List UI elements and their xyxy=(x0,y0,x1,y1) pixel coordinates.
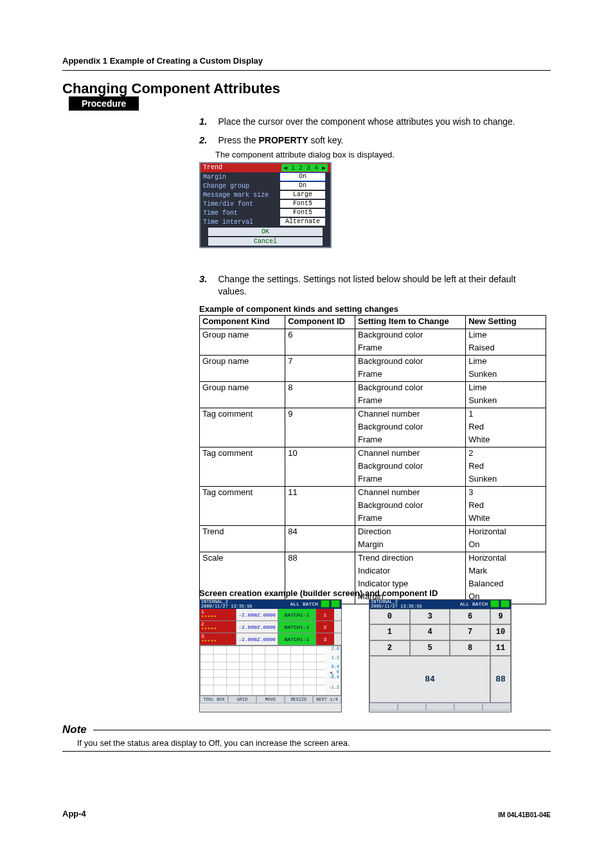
cell-id: 6 xyxy=(285,329,355,343)
digital-value: -2.000Z.0000 xyxy=(236,621,278,633)
step-2: 2. Press the PROPERTY soft key. xyxy=(199,134,546,147)
cursor-icon: ↖ xyxy=(330,668,334,678)
cell-id: 84 xyxy=(285,526,355,539)
step-number: 2. xyxy=(199,134,215,145)
step-text: Place the cursor over the component whos… xyxy=(218,116,539,128)
cell-kind xyxy=(200,565,285,578)
cell-item: Background color xyxy=(355,356,466,369)
cell-item: Frame xyxy=(355,473,466,487)
dialog-row-label: Margin xyxy=(200,174,280,181)
table-row: Tag comment11Channel number3 xyxy=(200,487,546,500)
text-frag: Press the xyxy=(218,135,258,145)
dialog-row-value[interactable]: Large xyxy=(280,191,325,199)
table-header: Component Kind xyxy=(200,316,285,329)
running-head: Appendix 1 Example of Creating a Custom … xyxy=(62,56,263,66)
softkey[interactable] xyxy=(483,703,511,710)
id-cell: 8 xyxy=(450,640,490,656)
softkey[interactable] xyxy=(454,703,483,710)
builder-title-right: ALL BATCH xyxy=(290,600,340,609)
cell-value: Red xyxy=(466,500,546,512)
table-row: Tag comment9Channel number1 xyxy=(200,408,546,422)
builder-titlebar: INTERNAL_22009/11/27 13:35:55 ALL BATCH xyxy=(200,600,341,609)
cell-value: Mark xyxy=(466,565,546,578)
dialog-row: Time/div fontFont5 xyxy=(200,199,330,208)
table-row: Trend84DirectionHorizontal xyxy=(200,526,546,539)
status-icon xyxy=(501,600,510,608)
cell-item: Frame xyxy=(355,395,466,408)
builder-softkeys xyxy=(369,703,511,710)
cell-item: Trend direction xyxy=(355,552,466,566)
cell-value: Raised xyxy=(466,342,546,356)
cell-value: Lime xyxy=(466,382,546,395)
cell-value: Horizontal xyxy=(466,526,546,539)
cell-value: White xyxy=(466,434,546,448)
builder-channel-rows: 1*****-2.000Z.0000BATCH1-112*****-2.000Z… xyxy=(200,609,341,646)
cell-value: White xyxy=(466,512,546,526)
table-row: MarginOn xyxy=(200,539,546,552)
status-icon xyxy=(490,600,499,608)
page-number: App-4 xyxy=(62,809,86,818)
dialog-row-value[interactable]: Alternate xyxy=(280,218,325,226)
cell-value: Lime xyxy=(466,356,546,369)
softkey[interactable]: MOVE xyxy=(256,696,285,703)
cell-kind xyxy=(200,539,285,552)
table-row: FrameSunken xyxy=(200,473,546,487)
dialog-row-value[interactable]: On xyxy=(280,173,325,181)
cell-kind: Scale xyxy=(200,552,285,566)
builder-softkeys: TOOL BOXGRIDMOVERESIZENEXT 1/4 xyxy=(200,696,341,703)
dialog-rows: MarginOnChange groupOnMessage mark sizeL… xyxy=(200,172,330,226)
cell-item: Frame xyxy=(355,512,466,526)
dialog-row-value[interactable]: On xyxy=(280,182,325,190)
cell-item: Channel number xyxy=(355,408,466,422)
cell-kind: Tag comment xyxy=(200,487,285,500)
cancel-button[interactable]: Cancel xyxy=(208,237,323,246)
channel-label: 1***** xyxy=(200,609,236,620)
id-cell: 11 xyxy=(490,640,511,656)
group-label: BATCH1-1 xyxy=(278,621,316,633)
builder-channel-row: 3*****-2.000Z.0000BATCH1-13 xyxy=(200,633,341,646)
softkey[interactable]: GRID xyxy=(228,696,256,703)
ok-button[interactable]: OK xyxy=(208,228,323,236)
step-text: Change the settings. Settings not listed… xyxy=(218,273,539,298)
softkey[interactable]: NEXT 1/4 xyxy=(313,696,341,703)
cell-kind: Group name xyxy=(200,329,285,343)
digital-value: -2.000Z.0000 xyxy=(236,633,278,645)
table-row: Background colorRed xyxy=(200,421,546,434)
cell-item: Frame xyxy=(355,368,466,382)
cell-value: 2 xyxy=(466,448,546,461)
text-frag: soft key. xyxy=(308,135,344,145)
status-icon xyxy=(321,600,330,608)
header-rule xyxy=(62,70,551,71)
dialog-title-text: Trend xyxy=(203,164,222,172)
softkey[interactable]: RESIZE xyxy=(285,696,313,703)
softkey[interactable] xyxy=(369,703,398,710)
cell-item: Background color xyxy=(355,500,466,512)
page: Appendix 1 Example of Creating a Custom … xyxy=(0,0,613,868)
table-row: Group name6Background colorLime xyxy=(200,329,546,343)
dialog-row-label: Change group xyxy=(200,183,280,190)
cell-id xyxy=(285,460,355,473)
note-rule-bottom xyxy=(62,751,551,752)
cell-item: Indicator xyxy=(355,565,466,578)
table-row: FrameRaised xyxy=(200,342,546,356)
dialog-row: Change groupOn xyxy=(200,181,330,190)
dialog-row-value[interactable]: Font5 xyxy=(280,200,325,208)
step-3: 3. Change the settings. Settings not lis… xyxy=(199,273,546,298)
cell-value: 3 xyxy=(466,487,546,500)
dialog-row-value[interactable]: Font5 xyxy=(280,209,325,217)
table-row: FrameWhite xyxy=(200,512,546,526)
softkey[interactable] xyxy=(398,703,426,710)
dialog-pager[interactable]: ◀ 1 2 3 4 ▶ xyxy=(281,164,328,172)
scale-tick: 0 xyxy=(337,669,339,674)
note-text: If you set the status area display to Of… xyxy=(77,738,350,748)
cell-item: Channel number xyxy=(355,487,466,500)
softkey[interactable] xyxy=(426,703,454,710)
id-cell-large: 88 xyxy=(490,656,511,703)
cell-id xyxy=(285,473,355,487)
dialog-row: Message mark sizeLarge xyxy=(200,190,330,199)
table-row: Background colorRed xyxy=(200,500,546,512)
softkey[interactable]: TOOL BOX xyxy=(200,696,228,703)
cell-kind: Trend xyxy=(200,526,285,539)
cell-id: 9 xyxy=(285,408,355,422)
builder-screen-right: INTERNAL_22009/11/27 13:35:55 ALL BATCH … xyxy=(369,599,511,712)
